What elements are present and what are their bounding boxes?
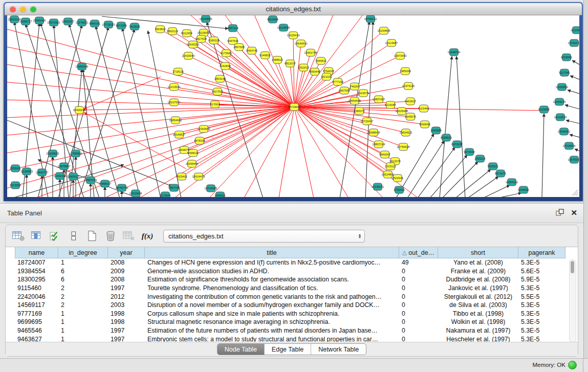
cell-out_de[interactable]: 0 (399, 335, 438, 342)
table-row[interactable]: 911546021997Tourette syndrome. Phenomeno… (6, 284, 578, 293)
network-node[interactable]: 10675342 (568, 156, 579, 163)
cell-year[interactable]: 1997 (108, 326, 145, 335)
network-node[interactable]: 16640910 (295, 40, 308, 47)
network-node[interactable]: 10807487 (373, 96, 385, 103)
row-height-icon[interactable] (66, 229, 81, 243)
tab-edge-table[interactable]: Edge Table (265, 344, 311, 355)
cell-name[interactable]: 22420046 (15, 292, 58, 301)
network-node[interactable]: 1640954 (430, 127, 442, 134)
citation-edge[interactable] (148, 31, 181, 197)
column-header-in_degree[interactable]: in_degree (58, 247, 108, 258)
cell-short[interactable]: Stergiakouli et al. (2012) (438, 292, 518, 301)
network-node[interactable]: 8938923 (441, 134, 452, 141)
column-header-title[interactable]: title (145, 247, 399, 258)
network-node[interactable]: 8427552 (212, 88, 223, 95)
cell-out_de[interactable]: 0 (399, 267, 438, 276)
cell-pagerank[interactable]: 5.3E-5 (518, 335, 565, 342)
network-node[interactable]: 29371901 (48, 19, 60, 26)
network-node[interactable]: 20564486 (349, 97, 361, 104)
cell-title[interactable]: Structural magnetic resonance image aver… (145, 318, 399, 326)
citation-edge[interactable] (468, 177, 498, 197)
selected-edge[interactable] (193, 45, 294, 107)
cell-name[interactable]: 9465546 (15, 326, 58, 335)
network-node[interactable]: 15692951 (558, 128, 571, 135)
network-node[interactable]: 7857224 (227, 25, 238, 32)
network-node[interactable]: 9175685 (221, 50, 232, 57)
network-node[interactable]: 7485063 (400, 68, 411, 75)
cell-out_de[interactable]: 0 (399, 301, 438, 310)
network-node[interactable]: 1273645 (160, 192, 171, 197)
network-node[interactable]: 10688609 (367, 129, 380, 136)
cell-in_degree[interactable]: 1 (58, 318, 108, 326)
network-node[interactable]: 20691406 (33, 17, 46, 24)
network-node[interactable]: 1624576 (358, 90, 369, 97)
network-node[interactable]: 9115460 (418, 105, 429, 112)
cell-year[interactable]: 2008 (108, 258, 145, 267)
cell-year[interactable]: 2009 (108, 267, 145, 276)
cell-name[interactable]: 9115460 (15, 284, 58, 293)
column-header-pagerank[interactable]: pagerank (518, 247, 565, 258)
network-node[interactable]: 9466161 (89, 20, 100, 27)
cell-pagerank[interactable]: 5.3E-5 (518, 258, 565, 267)
function-icon[interactable]: f(x) (140, 229, 155, 243)
network-node[interactable]: 7615526 (129, 23, 140, 30)
citation-edge[interactable] (570, 135, 579, 138)
network-node[interactable]: 817004 (210, 101, 220, 108)
network-node[interactable]: 2718126 (172, 68, 184, 75)
network-window-titlebar[interactable]: citations_edges.txt (5, 3, 582, 15)
cell-short[interactable]: Yano et al. (2008) (438, 258, 518, 267)
network-node[interactable]: 9671355 (116, 22, 127, 29)
table-row[interactable]: 1872400712008Changes of HCN gene express… (6, 258, 578, 267)
network-node[interactable]: 8471676 (495, 170, 506, 177)
selected-edge[interactable] (294, 15, 365, 107)
network-node[interactable]: 12975115 (402, 82, 415, 90)
network-node[interactable]: 7955812 (315, 57, 326, 64)
network-node[interactable]: 17957255 (84, 177, 97, 184)
network-node[interactable]: 10719155 (102, 21, 115, 28)
cell-name[interactable]: 9777169 (15, 310, 58, 318)
network-node[interactable]: 8454749 (246, 47, 257, 54)
citation-edge[interactable] (418, 147, 455, 197)
citation-edge[interactable] (497, 193, 521, 197)
selected-edge[interactable] (226, 53, 294, 107)
cell-title[interactable]: Changes of HCN gene expression and I(f) … (145, 258, 399, 267)
network-node[interactable]: 9245652 (518, 186, 529, 193)
network-node[interactable]: 22420046 (182, 52, 195, 59)
citation-edge[interactable] (572, 60, 579, 67)
cell-name[interactable]: 9699695 (15, 318, 58, 326)
selected-edge[interactable] (7, 107, 294, 118)
network-node[interactable]: 16914479 (192, 173, 205, 180)
column-header-short[interactable]: short (438, 247, 518, 258)
selected-edge[interactable] (174, 87, 294, 107)
cell-title[interactable]: Estimation of significance thresholds fo… (145, 275, 399, 284)
network-node[interactable]: 8813054 (267, 16, 278, 23)
cell-name[interactable]: 18300295 (15, 275, 58, 284)
cell-year[interactable]: 1997 (108, 335, 145, 342)
network-node[interactable]: 2649576 (405, 113, 416, 120)
cell-short[interactable]: Franke et al. (2009) (438, 267, 518, 276)
network-node[interactable]: 9463627 (405, 98, 416, 105)
network-node[interactable]: 16033809 (200, 15, 212, 23)
tab-node-table[interactable]: Node Table (217, 344, 265, 355)
network-node[interactable]: 13325419 (287, 32, 300, 39)
cell-pagerank[interactable]: 5.3E-5 (518, 326, 565, 335)
table-row[interactable]: 946362711997Embryonic stem cells: a mode… (6, 335, 578, 342)
cell-out_de[interactable]: 0 (399, 284, 438, 293)
network-node[interactable]: 9329966 (561, 54, 572, 61)
cell-name[interactable]: 19384554 (15, 267, 58, 276)
network-node[interactable]: 10653287 (62, 18, 75, 25)
citation-edge[interactable] (455, 169, 491, 197)
select-rows-icon[interactable] (48, 229, 63, 243)
table-selector-dropdown[interactable]: citations_edges.txt ▲▼ (163, 230, 365, 243)
selected-edge[interactable] (220, 79, 294, 107)
cell-short[interactable]: Hescheler et al. (1997) (438, 335, 518, 342)
network-node[interactable]: 16210643 (554, 114, 567, 121)
network-node[interactable]: 19218596 (277, 24, 290, 31)
new-table-icon[interactable] (84, 229, 100, 243)
network-node[interactable]: 12093582 (556, 83, 569, 91)
citation-edge[interactable] (430, 155, 467, 197)
network-node[interactable]: 1621022 (321, 73, 332, 80)
citation-edge[interactable] (568, 90, 579, 95)
network-node[interactable]: 11123456 (571, 27, 579, 34)
cell-short[interactable]: Tibbo et al. (1998) (438, 310, 518, 318)
